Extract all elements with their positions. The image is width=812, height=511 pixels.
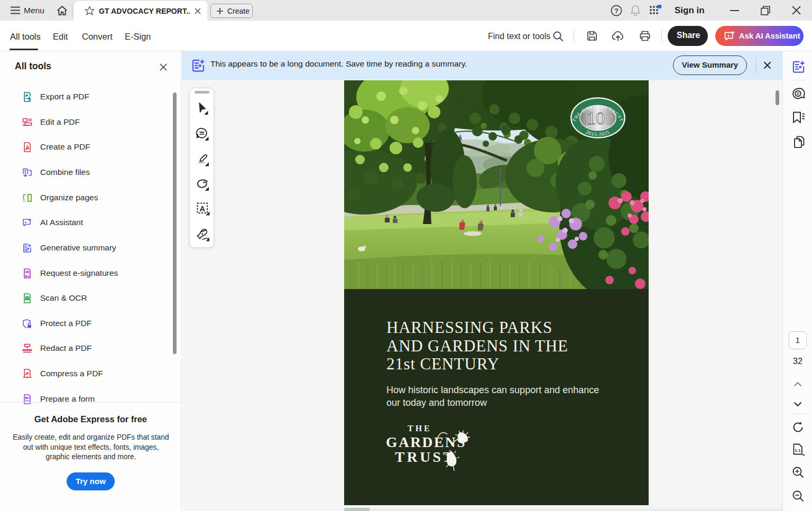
svg-text:?: ? bbox=[614, 7, 619, 15]
svg-text:1:1: 1:1 bbox=[795, 448, 801, 453]
svg-text:TH: TH bbox=[606, 114, 612, 119]
svg-text:A: A bbox=[200, 205, 206, 213]
svg-text:ANNIVERSARY: ANNIVERSARY bbox=[586, 125, 610, 128]
